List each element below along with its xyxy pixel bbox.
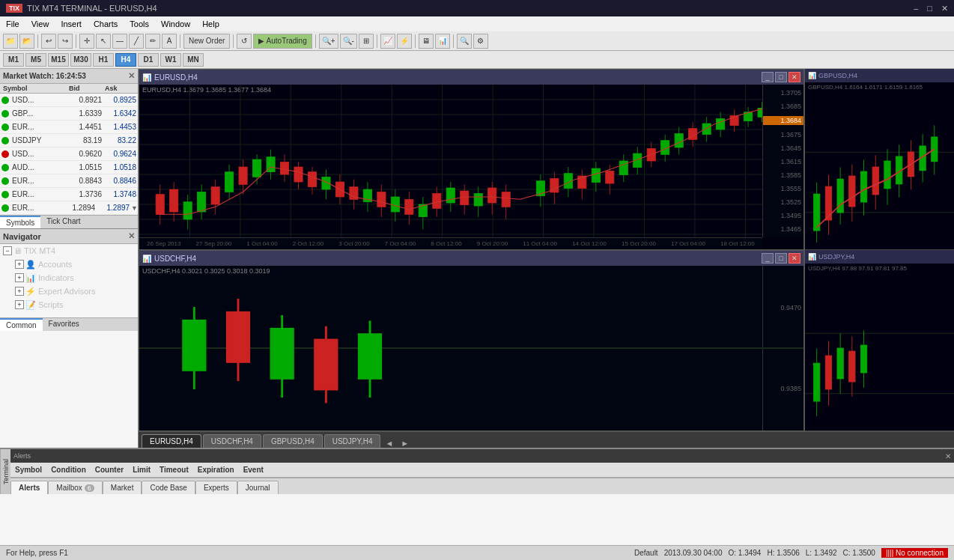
- nav-scripts[interactable]: + 📝 Scripts: [0, 298, 138, 311]
- tab-symbols[interactable]: Symbols: [0, 216, 40, 228]
- tf-h1[interactable]: H1: [93, 53, 114, 67]
- autotrading-btn[interactable]: ▶ AutoTrading: [253, 34, 312, 49]
- chart-usdchf-min[interactable]: _: [762, 253, 774, 264]
- tf-mn[interactable]: MN: [183, 53, 204, 67]
- tf-m5[interactable]: M5: [25, 53, 46, 67]
- alert-tab-journal[interactable]: Journal: [237, 481, 279, 494]
- crosshair-btn[interactable]: ✛: [79, 34, 94, 49]
- new-order-btn[interactable]: New Order: [183, 34, 230, 49]
- mw-row-usdusd[interactable]: USD... 0.8921 0.8925: [0, 94, 138, 107]
- hline-btn[interactable]: —: [112, 34, 127, 49]
- alerts-close-btn[interactable]: ✕: [945, 452, 951, 460]
- tab-left-arrow[interactable]: ◄: [382, 439, 396, 448]
- menu-view[interactable]: View: [25, 16, 55, 31]
- expand-scripts[interactable]: +: [15, 300, 24, 309]
- col-event-alerts[interactable]: Event: [239, 466, 268, 474]
- mini-chart-gbpusd[interactable]: 📊 GBPUSD,H4 GBPUSD,H4 1.6164 1.6171 1.61…: [805, 69, 954, 250]
- history-btn[interactable]: 📊: [435, 34, 450, 49]
- menu-help[interactable]: Help: [196, 16, 225, 31]
- chart-usdchf-max[interactable]: □: [775, 253, 787, 264]
- zoom-out-btn[interactable]: 🔍-: [340, 34, 357, 49]
- tf-m30[interactable]: M30: [70, 53, 91, 67]
- text-btn[interactable]: A: [162, 34, 177, 49]
- expand-root[interactable]: −: [3, 246, 12, 255]
- col-symbol-alerts[interactable]: Symbol: [10, 466, 46, 474]
- expand-experts[interactable]: +: [15, 287, 24, 296]
- draw-btn[interactable]: ✏: [145, 34, 160, 49]
- mw-row-usd2[interactable]: USD... 0.9620 0.9624: [0, 147, 138, 161]
- chart-usdchf-body[interactable]: USDCHF,H4 0.3021 0.3025 0.3018 0.3019 0.…: [139, 266, 803, 430]
- mw-row-gbp[interactable]: GBP... 1.6339 1.6342: [0, 107, 138, 121]
- search-btn[interactable]: 🔍: [457, 34, 472, 49]
- chart-tab-eurusd[interactable]: EURUSD,H4: [142, 434, 201, 448]
- menu-window[interactable]: Window: [155, 16, 196, 31]
- chart-tab-gbpusd[interactable]: GBPUSD,H4: [263, 434, 323, 448]
- navigator-close[interactable]: ✕: [128, 231, 135, 241]
- mw-row-usdjpy[interactable]: USDJPY 83.19 83.22: [0, 134, 138, 147]
- close-button[interactable]: ✕: [941, 4, 948, 13]
- minimize-button[interactable]: –: [914, 4, 918, 13]
- tab-favorites[interactable]: Favorites: [43, 318, 85, 331]
- menu-file[interactable]: File: [0, 16, 25, 31]
- menu-insert[interactable]: Insert: [55, 16, 88, 31]
- terminal-btn[interactable]: 🖥: [419, 34, 434, 49]
- chart-eurusd-max[interactable]: □: [775, 72, 787, 82]
- chart-scroll-btn[interactable]: ⊞: [359, 34, 374, 49]
- col-limit-alerts[interactable]: Limit: [128, 466, 155, 474]
- terminal-label[interactable]: Terminal: [0, 449, 10, 494]
- col-timeout-alerts[interactable]: Timeout: [155, 466, 193, 474]
- market-watch-close[interactable]: ✕: [128, 71, 135, 81]
- chart-eurusd-close[interactable]: ✕: [789, 72, 800, 82]
- redo-btn[interactable]: ↪: [58, 34, 73, 49]
- tab-tick-chart[interactable]: Tick Chart: [40, 216, 86, 228]
- nav-indicators[interactable]: + 📊 Indicators: [0, 271, 138, 284]
- alert-tab-market[interactable]: Market: [103, 481, 142, 494]
- chart-tab-usdchf[interactable]: USDCHF,H4: [203, 434, 261, 448]
- reload-btn[interactable]: ↺: [237, 34, 252, 49]
- menu-tools[interactable]: Tools: [124, 16, 155, 31]
- new-btn[interactable]: 📁: [3, 34, 18, 49]
- menu-charts[interactable]: Charts: [88, 16, 124, 31]
- expand-indicators[interactable]: +: [15, 273, 24, 282]
- tab-right-arrow[interactable]: ►: [398, 439, 412, 448]
- alert-tab-alerts[interactable]: Alerts: [10, 481, 48, 494]
- mw-row-aud[interactable]: AUD... 1.0515 1.0518: [0, 161, 138, 174]
- chart-eurusd-min[interactable]: _: [762, 72, 774, 82]
- tab-common[interactable]: Common: [0, 318, 43, 331]
- arrow-btn[interactable]: ↖: [96, 34, 111, 49]
- tf-m15[interactable]: M15: [48, 53, 69, 67]
- indicators-btn[interactable]: 📈: [380, 34, 395, 49]
- col-expiration-alerts[interactable]: Expiration: [193, 466, 239, 474]
- tf-w1[interactable]: W1: [160, 53, 181, 67]
- mini-chart-usdjpy[interactable]: 📊 USDJPY,H4 USDJPY,H4 97.88 97.91 97.81 …: [805, 250, 954, 431]
- nav-experts[interactable]: + ⚡ Expert Advisors: [0, 284, 138, 298]
- status-dot: [1, 177, 9, 185]
- zoom-in-btn[interactable]: 🔍+: [319, 34, 338, 49]
- settings-btn[interactable]: ⚙: [473, 34, 488, 49]
- chart-eurusd-body[interactable]: EURUSD,H4 1.3679 1.3685 1.3677 1.3684: [139, 85, 803, 249]
- tf-m1[interactable]: M1: [3, 53, 24, 67]
- mini-usdjpy-title: 📊 USDJPY,H4: [805, 250, 954, 264]
- nav-root[interactable]: − 🖥 TIX MT4: [0, 244, 138, 258]
- col-condition-alerts[interactable]: Condition: [46, 466, 91, 474]
- chart-tab-usdjpy[interactable]: USDJPY,H4: [324, 434, 381, 448]
- tf-d1[interactable]: D1: [138, 53, 159, 67]
- open-btn[interactable]: 📂: [19, 34, 34, 49]
- alert-tab-codebase[interactable]: Code Base: [142, 481, 195, 494]
- experts-btn[interactable]: ⚡: [397, 34, 412, 49]
- chart-usdchf-close[interactable]: ✕: [789, 253, 800, 264]
- col-counter-alerts[interactable]: Counter: [91, 466, 128, 474]
- maximize-button[interactable]: □: [927, 4, 932, 13]
- svg-rect-133: [849, 176, 855, 206]
- mw-row-eur1[interactable]: EUR... 1.4451 1.4453: [0, 121, 138, 134]
- mw-row-eur3[interactable]: EUR... 1.3736 1.3748: [0, 188, 138, 201]
- expand-accounts[interactable]: +: [15, 260, 24, 269]
- undo-btn[interactable]: ↩: [41, 34, 56, 49]
- alert-tab-mailbox[interactable]: Mailbox6: [48, 481, 102, 494]
- mw-row-eur4[interactable]: EUR... 1.2894 1.2897 ▼: [0, 201, 138, 215]
- tf-h4[interactable]: H4: [115, 53, 136, 67]
- nav-accounts[interactable]: + 👤 Accounts: [0, 258, 138, 271]
- tline-btn[interactable]: ╱: [129, 34, 144, 49]
- alert-tab-experts[interactable]: Experts: [195, 481, 237, 494]
- mw-row-eur2[interactable]: EUR... 0.8843 0.8846: [0, 174, 138, 188]
